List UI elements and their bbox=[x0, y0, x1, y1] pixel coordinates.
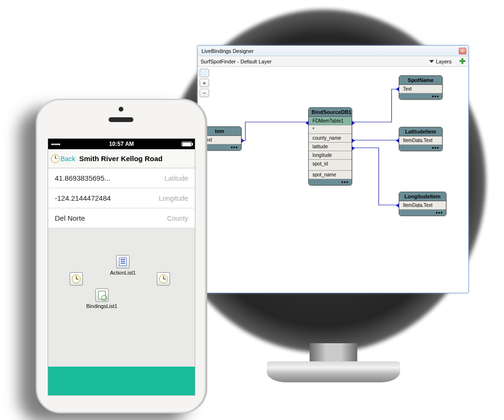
iphone-screen: ●●●●● 10:57 AM Back Smith River Kellog R… bbox=[48, 138, 195, 396]
back-label: Back bbox=[60, 155, 75, 163]
zoom-out-tool[interactable]: − bbox=[200, 89, 209, 97]
node-field-fdmem[interactable]: FDMemTable1 bbox=[309, 117, 352, 125]
node-bindsourcedb1[interactable]: BindSourceDB1 FDMemTable1 * county_name … bbox=[308, 107, 352, 185]
layers-label: Layers bbox=[436, 59, 452, 64]
status-bar: ●●●●● 10:57 AM bbox=[48, 139, 195, 149]
list-item[interactable]: 41.8693835695... Latitude bbox=[48, 168, 195, 188]
status-time: 10:57 AM bbox=[109, 141, 134, 147]
node-footer: ••• bbox=[399, 93, 442, 99]
node-footer: ••• bbox=[399, 210, 446, 215]
row-value: 41.8693835695... bbox=[55, 174, 111, 182]
camera-icon bbox=[119, 107, 123, 112]
node-field[interactable]: ItemData.Text bbox=[399, 201, 446, 210]
close-button[interactable]: ✕ bbox=[459, 48, 466, 54]
node-footer: ••• bbox=[399, 145, 442, 151]
row-label: Longitude bbox=[159, 195, 188, 202]
row-value: Del Norte bbox=[55, 214, 85, 222]
window-titlebar[interactable]: LiveBindings Designer ✕ bbox=[198, 46, 468, 56]
component-timer-right[interactable] bbox=[157, 272, 170, 287]
clock-icon bbox=[159, 275, 168, 283]
actionlist-icon bbox=[119, 257, 127, 266]
nav-bar: Back Smith River Kellog Road bbox=[48, 149, 195, 168]
node-field-latitude[interactable]: latitude bbox=[309, 143, 352, 151]
row-value: -124.2144472484 bbox=[55, 194, 111, 202]
node-field-star[interactable]: * bbox=[309, 125, 352, 134]
layer-label: SurfSpotFinder - Default Layer bbox=[201, 59, 272, 64]
node-footer: ••• bbox=[309, 179, 352, 185]
designer-toolbar: SurfSpotFinder - Default Layer Layers ✚ bbox=[198, 56, 468, 67]
list-item[interactable]: Del Norte County bbox=[48, 208, 195, 228]
clock-icon bbox=[51, 154, 60, 163]
clock-icon bbox=[72, 275, 81, 283]
bindingslist-icon bbox=[98, 291, 106, 299]
window-title: LiveBindings Designer bbox=[202, 48, 253, 54]
node-title: BindSourceDB1 bbox=[309, 108, 352, 117]
component-label: ActionList1 bbox=[110, 270, 136, 276]
list-item[interactable]: -124.2144472484 Longitude bbox=[48, 188, 195, 208]
row-label: Latitude bbox=[164, 174, 188, 182]
back-button[interactable]: Back bbox=[60, 155, 75, 163]
row-label: County bbox=[167, 215, 188, 222]
form-designer-area: ActionList1 BindingsList1 bbox=[48, 241, 195, 367]
node-title: SpotName bbox=[399, 76, 442, 85]
node-field-county[interactable]: county_name bbox=[309, 134, 352, 143]
component-timer-left[interactable] bbox=[70, 272, 83, 287]
node-title: LatitudeItem bbox=[399, 127, 442, 136]
add-icon[interactable]: ✚ bbox=[459, 57, 465, 66]
page-title: Smith River Kellog Road bbox=[79, 154, 162, 163]
node-title: LongitudeItem bbox=[399, 192, 446, 201]
zoom-in-tool[interactable]: + bbox=[200, 79, 209, 87]
canvas-tools: + − bbox=[200, 69, 210, 97]
component-label: BindingsList1 bbox=[86, 303, 117, 309]
node-field-spotid[interactable]: spot_id bbox=[309, 160, 352, 171]
component-actionlist[interactable]: ActionList1 bbox=[110, 255, 136, 276]
node-latitudeitem[interactable]: LatitudeItem ItemData.Text ••• bbox=[399, 127, 443, 151]
details-list: 41.8693835695... Latitude -124.214447248… bbox=[48, 168, 195, 228]
layers-dropdown[interactable]: Layers bbox=[429, 59, 452, 64]
node-field-longitude[interactable]: longitude bbox=[309, 151, 352, 160]
speaker-icon bbox=[109, 117, 133, 122]
battery-icon bbox=[181, 142, 192, 146]
iphone-device: ●●●●● 10:57 AM Back Smith River Kellog R… bbox=[36, 99, 206, 413]
node-spotname[interactable]: SpotName Text ••• bbox=[399, 75, 443, 100]
bottom-toolbar[interactable] bbox=[48, 367, 195, 395]
node-field[interactable]: ItemData.Text bbox=[399, 136, 442, 145]
grid-tool[interactable] bbox=[200, 69, 209, 77]
triangle-down-icon bbox=[429, 60, 434, 63]
node-longitudeitem[interactable]: LongitudeItem ItemData.Text ••• bbox=[399, 192, 446, 216]
designer-canvas[interactable]: + − tem .Text ••• BindSourceDB1 FDMemTab… bbox=[198, 67, 468, 293]
component-bindingslist[interactable]: BindingsList1 bbox=[86, 288, 117, 309]
node-field[interactable]: Text bbox=[399, 85, 442, 93]
signal-icon: ●●●●● bbox=[51, 142, 60, 146]
livebindings-window: LiveBindings Designer ✕ SurfSpotFinder -… bbox=[197, 45, 469, 293]
monitor-stand bbox=[267, 343, 400, 396]
node-field-spotname[interactable]: spot_name bbox=[309, 171, 352, 179]
